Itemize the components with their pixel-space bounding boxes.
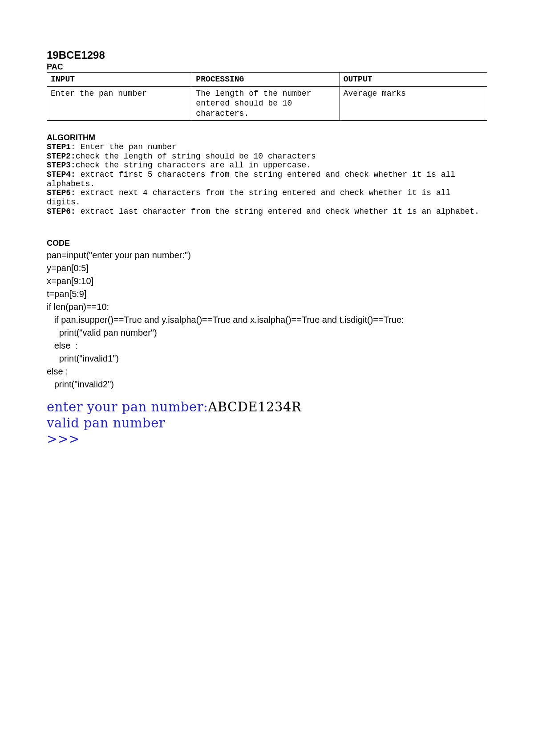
- document-page: 19BCE1298 PAC INPUT PROCESSING OUTPUT En…: [0, 0, 534, 447]
- step-text: extract last character from the string e…: [81, 207, 480, 216]
- step-sep: [76, 188, 81, 197]
- console-user-input: ABCDE1234R: [208, 399, 301, 415]
- pac-table: INPUT PROCESSING OUTPUT Enter the pan nu…: [47, 72, 487, 121]
- step-sep: :: [71, 142, 81, 151]
- algorithm-step: STEP6: extract last character from the s…: [47, 207, 487, 216]
- console-output: enter your pan number:ABCDE1234R valid p…: [47, 399, 487, 447]
- algorithm-step: STEP1: Enter the pan number: [47, 142, 487, 152]
- console-line: >>>: [47, 431, 487, 447]
- step-text: Enter the pan number: [81, 142, 177, 151]
- algorithm-step: STEP4: extract first 5 characters from t…: [47, 170, 487, 188]
- table-cell-output: Average marks: [340, 86, 487, 121]
- step-text: extract first 5 characters from the stri…: [47, 170, 455, 188]
- step-sep: [76, 207, 81, 216]
- step-label: STEP4:: [47, 170, 76, 179]
- step-text: extract next 4 characters from the strin…: [47, 188, 450, 207]
- step-label: STEP5:: [47, 188, 76, 197]
- algorithm-step: STEP5: extract next 4 characters from th…: [47, 188, 487, 207]
- table-header-processing: PROCESSING: [192, 73, 340, 87]
- table-cell-processing: The length of the number entered should …: [192, 86, 340, 121]
- algorithm-heading: ALGORITHM: [47, 133, 487, 142]
- table-header-input: INPUT: [47, 73, 192, 87]
- pac-label: PAC: [47, 62, 487, 72]
- console-prompt: enter your pan number:: [47, 399, 208, 415]
- step-label: STEP2:: [47, 152, 76, 161]
- console-line: valid pan number: [47, 415, 487, 431]
- page-title: 19BCE1298: [47, 49, 487, 61]
- table-cell-input: Enter the pan number: [47, 86, 192, 121]
- code-block: pan=input("enter your pan number:") y=pa…: [47, 249, 487, 391]
- step-text: check the length of string should be 10 …: [76, 152, 316, 161]
- algorithm-body: STEP1: Enter the pan number STEP2:check …: [47, 142, 487, 216]
- step-text: check the string characters are all in u…: [76, 161, 311, 170]
- algorithm-step: STEP2:check the length of string should …: [47, 152, 487, 161]
- table-header-output: OUTPUT: [340, 73, 487, 87]
- step-label: STEP6:: [47, 207, 76, 216]
- step-label: STEP1: [47, 142, 71, 151]
- algorithm-step: STEP3:check the string characters are al…: [47, 161, 487, 170]
- console-line: enter your pan number:ABCDE1234R: [47, 399, 487, 415]
- step-sep: [76, 170, 81, 179]
- table-header-row: INPUT PROCESSING OUTPUT: [47, 73, 487, 87]
- table-row: Enter the pan number The length of the n…: [47, 86, 487, 121]
- code-heading: CODE: [47, 239, 487, 248]
- step-label: STEP3:: [47, 161, 76, 170]
